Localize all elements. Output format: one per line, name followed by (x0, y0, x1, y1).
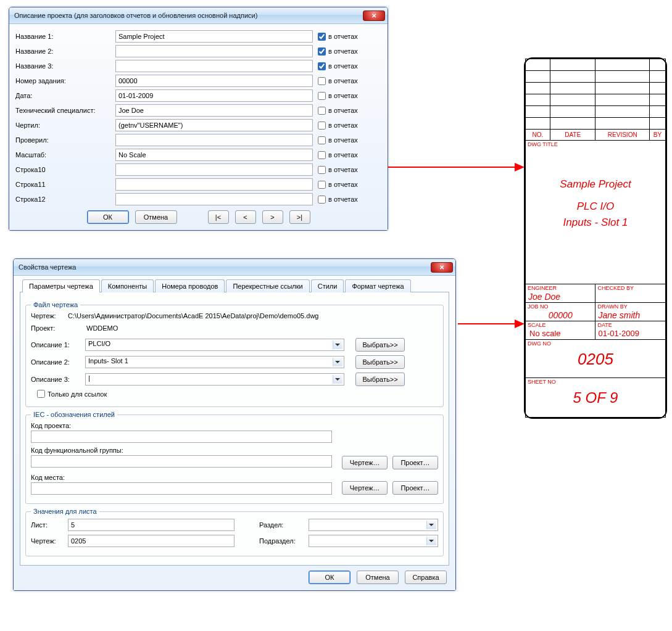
dialog-title: Описание проекта (для заголовков отчетов… (14, 12, 363, 19)
section-combo[interactable] (309, 519, 438, 531)
desc-label-0: Описание 1: (31, 341, 85, 348)
nav-next-button[interactable]: > (262, 210, 283, 224)
dialog-title: Свойства чертежа (19, 263, 431, 271)
close-icon[interactable] (363, 10, 385, 21)
in-reports-checkbox-3[interactable] (318, 77, 326, 85)
field-label: Название 2: (15, 47, 115, 55)
desc-label-2: Описание 3: (31, 376, 85, 383)
tb-project-name: Sample Project (526, 178, 665, 191)
tb-line2: PLC I/O (526, 200, 665, 213)
field-label: Строка12 (15, 196, 115, 203)
tab-1[interactable]: Компоненты (101, 279, 154, 292)
scale-value: No scale (526, 329, 595, 338)
dwgno-value: 0205 (526, 347, 665, 371)
in-reports-checkbox-0[interactable] (318, 33, 326, 41)
in-reports-label: в отчетах (328, 92, 358, 99)
in-reports-label: в отчетах (328, 33, 358, 40)
tab-5[interactable]: Формат чертежа (345, 279, 410, 292)
field-input-6[interactable] (115, 119, 313, 131)
field-label: Технический специалист: (15, 107, 115, 114)
cancel-button[interactable]: Отмена (135, 210, 177, 224)
in-reports-checkbox-10[interactable] (318, 181, 326, 189)
in-reports-checkbox-8[interactable] (318, 151, 326, 159)
in-reports-checkbox-6[interactable] (318, 122, 326, 130)
iec-legend: IEC - обозначения стилей (31, 411, 117, 418)
tab-0[interactable]: Параметры чертежа (22, 279, 100, 292)
drawing-button-2[interactable]: Чертеж… (342, 481, 388, 495)
scale-label: SCALE (526, 321, 595, 329)
in-reports-label: в отчетах (328, 136, 358, 144)
desc-combo-1[interactable]: Inputs- Slot 1 (85, 356, 344, 368)
in-reports-label: в отчетах (328, 166, 358, 173)
select-button-1[interactable]: Выбрать>> (355, 355, 405, 369)
desc-combo-2[interactable]: | (85, 373, 344, 386)
subsection-combo[interactable] (309, 535, 438, 547)
svg-marker-3 (515, 320, 525, 328)
nav-first-button[interactable]: |< (208, 210, 229, 224)
project-button-2[interactable]: Проект… (392, 481, 438, 495)
in-reports-checkbox-11[interactable] (318, 196, 326, 204)
dwg-input[interactable] (68, 535, 234, 547)
tab-3[interactable]: Перекрестные ссылки (226, 279, 309, 292)
ok-button[interactable]: ОК (309, 571, 351, 584)
field-label: Проверил: (15, 136, 115, 144)
titlebar[interactable]: Описание проекта (для заголовков отчетов… (9, 7, 388, 24)
field-label: Номер задания: (15, 77, 115, 85)
in-reports-label: в отчетах (328, 47, 358, 55)
titlebar[interactable]: Свойства чертежа (14, 259, 455, 276)
dwgno-label: DWG NO (526, 340, 665, 347)
sheet-label: Лист: (31, 521, 68, 529)
subsection-label: Подраздел: (259, 537, 309, 545)
field-label: Название 1: (15, 33, 115, 40)
in-reports-checkbox-5[interactable] (318, 107, 326, 115)
in-reports-checkbox-1[interactable] (318, 47, 326, 56)
project-button[interactable]: Проект… (392, 456, 438, 469)
field-input-2[interactable] (115, 60, 313, 72)
field-input-11[interactable] (115, 193, 313, 205)
arrow-2 (458, 316, 525, 332)
field-input-10[interactable] (115, 178, 313, 191)
in-reports-checkbox-2[interactable] (318, 62, 326, 70)
desc-combo-0[interactable]: PLCI/O (85, 339, 344, 351)
field-input-3[interactable] (115, 75, 313, 87)
field-input-8[interactable] (115, 149, 313, 161)
job-label: JOB NO (526, 303, 595, 310)
func-code-input[interactable] (31, 455, 332, 468)
loc-code-input[interactable] (31, 482, 332, 495)
field-input-4[interactable] (115, 89, 313, 102)
field-input-9[interactable] (115, 163, 313, 176)
help-button[interactable]: Справка (405, 571, 447, 584)
field-input-0[interactable] (115, 30, 313, 43)
field-input-1[interactable] (115, 45, 313, 57)
field-input-7[interactable] (115, 134, 313, 146)
close-icon[interactable] (431, 262, 453, 273)
cancel-button[interactable]: Отмена (357, 571, 399, 584)
drawing-button[interactable]: Чертеж… (342, 456, 388, 469)
sheet-input[interactable] (68, 519, 234, 531)
ok-button[interactable]: ОК (87, 210, 129, 224)
ref-only-checkbox[interactable] (37, 390, 45, 398)
dwg-label: Чертеж: (31, 537, 68, 545)
select-button-0[interactable]: Выбрать>> (355, 338, 405, 352)
proj-code-input[interactable] (31, 431, 332, 443)
nav-prev-button[interactable]: < (235, 210, 256, 224)
in-reports-checkbox-7[interactable] (318, 136, 326, 144)
project-label: Проект: (31, 324, 68, 332)
in-reports-checkbox-9[interactable] (318, 166, 326, 174)
in-reports-label: в отчетах (328, 181, 358, 188)
tab-panel: Файл чертежа Чертеж: C:\Users\Администра… (20, 292, 449, 566)
project-description-dialog: Описание проекта (для заголовков отчетов… (9, 7, 388, 231)
rev-no-header: NO. (526, 130, 550, 141)
drawing-path-label: Чертеж: (31, 312, 68, 320)
field-input-5[interactable] (115, 104, 313, 117)
tab-4[interactable]: Стили (311, 279, 344, 292)
ref-only-label: Только для ссылок (48, 390, 107, 398)
in-reports-label: в отчетах (328, 77, 358, 85)
tb-line3: Inputs - Slot 1 (526, 217, 665, 229)
in-reports-checkbox-4[interactable] (318, 92, 326, 100)
nav-last-button[interactable]: >| (289, 210, 310, 224)
drawing-properties-dialog: Свойства чертежа Параметры чертежаКомпон… (13, 258, 456, 591)
select-button-2[interactable]: Выбрать>> (355, 373, 405, 386)
tab-2[interactable]: Номера проводов (155, 279, 225, 292)
iec-fieldset: IEC - обозначения стилей Код проекта: Ко… (25, 411, 444, 504)
